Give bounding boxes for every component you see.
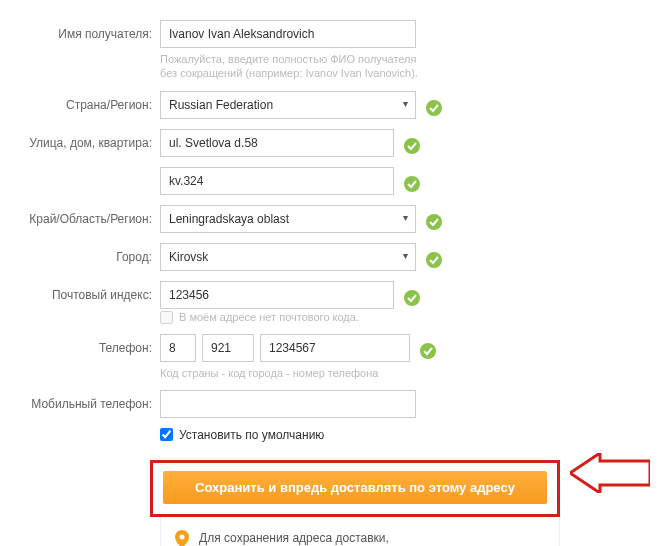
submit-highlight-box: Сохранить и впредь доставлять по этому а… — [150, 460, 560, 517]
save-tip-box: Для сохранения адреса доставки, пожалуйс… — [160, 517, 560, 546]
recipient-label: Имя получателя: — [0, 20, 160, 41]
zip-input[interactable] — [160, 281, 394, 309]
phone-area-input[interactable] — [202, 334, 254, 362]
no-postal-checkbox[interactable] — [160, 311, 173, 324]
map-pin-icon — [175, 530, 189, 546]
street-label: Улица, дом, квартира: — [0, 129, 160, 150]
check-icon — [426, 100, 442, 116]
recipient-input[interactable] — [160, 20, 416, 48]
svg-point-0 — [180, 534, 185, 539]
zip-label: Почтовый индекс: — [0, 281, 160, 302]
default-label: Установить по умолчанию — [179, 428, 324, 442]
no-postal-label: В моём адресе нет почтового кода. — [179, 311, 359, 323]
phone-label: Телефон: — [0, 334, 160, 355]
save-address-button[interactable]: Сохранить и впредь доставлять по этому а… — [163, 471, 547, 504]
mobile-label: Мобильный телефон: — [0, 390, 160, 411]
street1-input[interactable] — [160, 129, 394, 157]
country-label: Страна/Регион: — [0, 91, 160, 112]
mobile-input[interactable] — [160, 390, 416, 418]
region-select[interactable]: Leningradskaya oblast — [160, 205, 416, 233]
default-checkbox[interactable] — [160, 428, 173, 441]
check-icon — [426, 252, 442, 268]
region-label: Край/Область/Регион: — [0, 205, 160, 226]
tip-line1: Для сохранения адреса доставки, — [199, 529, 414, 546]
phone-number-input[interactable] — [260, 334, 410, 362]
street2-input[interactable] — [160, 167, 394, 195]
recipient-hint: Пожалуйста, введите полностью ФИО получа… — [160, 52, 420, 81]
city-label: Город: — [0, 243, 160, 264]
check-icon — [426, 214, 442, 230]
phone-hint: Код страны - код города - номер телефона — [160, 366, 420, 380]
check-icon — [404, 138, 420, 154]
check-icon — [404, 176, 420, 192]
country-select[interactable]: Russian Federation — [160, 91, 416, 119]
city-select[interactable]: Kirovsk — [160, 243, 416, 271]
phone-country-input[interactable] — [160, 334, 196, 362]
arrow-annotation-icon — [570, 453, 650, 493]
check-icon — [420, 343, 436, 359]
check-icon — [404, 290, 420, 306]
